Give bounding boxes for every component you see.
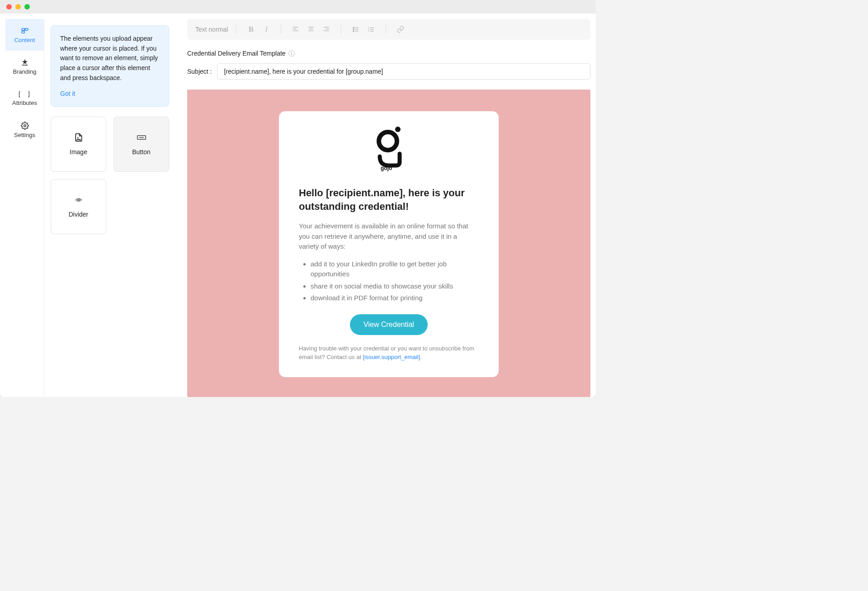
email-heading[interactable]: Hello [recipient.name], here is your out… — [299, 186, 479, 213]
template-header: Credential Delivery Email Template i — [187, 50, 590, 57]
svg-point-32 — [379, 132, 397, 150]
email-canvas[interactable]: gojo Hello [recipient.name], here is you… — [187, 90, 590, 397]
svg-text:3: 3 — [368, 30, 369, 33]
email-body[interactable]: Your achievement is available in an onli… — [299, 221, 479, 362]
window-close-icon[interactable] — [6, 4, 12, 9]
brackets-icon: [ ] — [18, 90, 32, 98]
logo: gojo — [299, 125, 479, 175]
sidebar-item-attributes[interactable]: [ ] Attributes — [5, 82, 44, 114]
element-image[interactable]: Image — [51, 117, 106, 172]
window-maximize-icon[interactable] — [24, 4, 30, 9]
bold-button[interactable]: B — [245, 23, 257, 36]
info-text: The elements you upload appear where you… — [60, 35, 158, 81]
sidebar-item-content[interactable]: Content — [5, 19, 44, 51]
list-item: share it on social media to showcase you… — [311, 281, 479, 292]
svg-rect-0 — [22, 28, 24, 30]
logo-icon: gojo — [371, 125, 407, 175]
link-button[interactable] — [394, 23, 407, 36]
toolbar-separator — [281, 25, 281, 34]
list-item: add it to your LinkedIn profile to get b… — [311, 259, 479, 279]
email-bullets: add it to your LinkedIn profile to get b… — [311, 259, 479, 303]
content-icon — [21, 27, 29, 35]
svg-point-21 — [353, 31, 354, 32]
italic-button[interactable]: I — [260, 23, 273, 36]
toolbar-separator — [236, 25, 236, 34]
svg-rect-2 — [22, 31, 24, 33]
svg-point-31 — [395, 127, 401, 132]
toolbar-separator — [341, 25, 341, 34]
element-divider[interactable]: Divider — [51, 179, 106, 234]
elements-panel: The elements you upload appear where you… — [44, 19, 175, 397]
svg-point-3 — [24, 124, 26, 127]
subject-input[interactable] — [217, 63, 590, 80]
element-label: Divider — [69, 211, 89, 218]
sidebar-item-label: Attributes — [12, 99, 37, 106]
email-footer: Having trouble with your credential or y… — [299, 344, 479, 362]
email-intro: Your achievement is available in an onli… — [299, 221, 479, 252]
element-label: Button — [132, 148, 150, 156]
divider-icon — [74, 195, 83, 204]
sidebar-item-label: Settings — [14, 132, 35, 138]
sidebar-item-settings[interactable]: Settings — [5, 114, 44, 146]
template-title: Credential Delivery Email Template — [187, 50, 286, 57]
text-style-selector[interactable]: Text normal — [195, 26, 228, 33]
toolbar: Text normal B I 123 — [187, 19, 590, 40]
elements-grid: Image Button Divider — [51, 117, 169, 234]
element-label: Image — [70, 148, 87, 156]
branding-icon — [21, 58, 29, 66]
window-minimize-icon[interactable] — [15, 4, 21, 9]
align-left-button[interactable] — [289, 23, 302, 36]
sidebar-item-branding[interactable]: Branding — [5, 51, 44, 82]
editor: Text normal B I 123 — [175, 19, 590, 397]
align-center-button[interactable] — [305, 23, 317, 36]
info-dismiss-link[interactable]: Got it — [60, 89, 75, 99]
list-item: download it in PDF format for printing — [311, 293, 479, 303]
align-right-button[interactable] — [320, 23, 333, 36]
toolbar-separator — [386, 25, 386, 34]
sidebar: Content Branding [ ] Attributes Settings — [5, 19, 44, 397]
numbered-list-button[interactable]: 123 — [365, 23, 377, 36]
gear-icon — [21, 122, 29, 130]
element-button[interactable]: Button — [113, 117, 169, 172]
image-icon — [74, 133, 83, 142]
view-credential-button[interactable]: View Credential — [350, 314, 428, 335]
svg-text:gojo: gojo — [381, 165, 392, 171]
svg-point-19 — [353, 27, 354, 28]
info-icon[interactable]: i — [288, 50, 295, 57]
button-icon — [137, 133, 146, 142]
titlebar — [0, 0, 596, 14]
bullet-list-button[interactable] — [349, 23, 362, 36]
subject-label: Subject : — [187, 68, 212, 75]
app-window: Content Branding [ ] Attributes Settings… — [0, 0, 596, 397]
sidebar-item-label: Content — [14, 37, 35, 43]
support-email-link[interactable]: [issuer.support_email] — [363, 354, 420, 360]
email-card: gojo Hello [recipient.name], here is you… — [279, 111, 499, 377]
sidebar-item-label: Branding — [13, 68, 36, 75]
svg-point-20 — [353, 29, 354, 30]
info-box: The elements you upload appear where you… — [51, 25, 169, 107]
svg-point-4 — [77, 137, 79, 139]
svg-rect-1 — [25, 28, 28, 30]
subject-row: Subject : — [187, 63, 590, 80]
